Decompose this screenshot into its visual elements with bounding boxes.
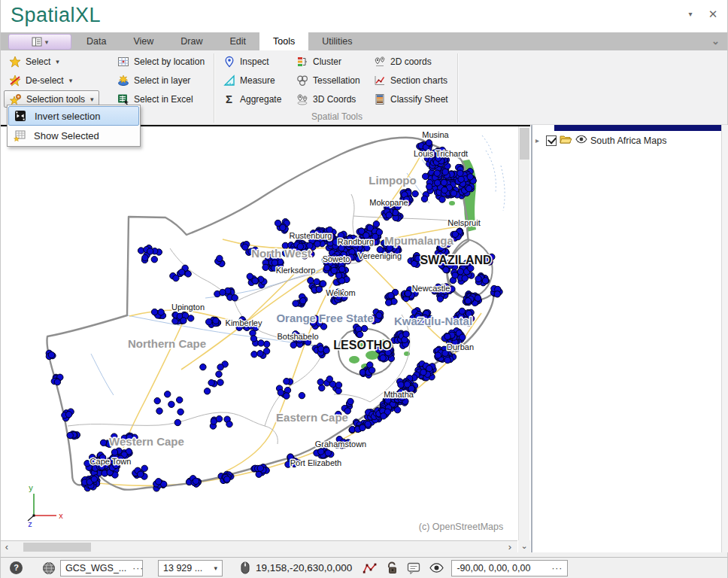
sun-layer-icon — [117, 74, 129, 87]
scale-dropdown[interactable]: 13 929 ... ▾ — [158, 560, 223, 576]
spatial-column-3: 2D coords Section charts Classify Sheet — [369, 52, 453, 108]
table-star-icon — [13, 129, 26, 142]
map-horizontal-scrollbar[interactable]: ‹ › — [1, 540, 517, 552]
axis-indicator: y x z — [28, 483, 63, 528]
coords-2d-button[interactable]: 2D coords — [369, 53, 453, 70]
city-label: Klerksdorp — [276, 266, 316, 275]
section-charts-button[interactable]: Section charts — [369, 71, 453, 89]
select-by-location-button[interactable]: Select by location — [112, 53, 209, 70]
circles-icon — [296, 74, 308, 87]
city-label: Rustenburg — [290, 231, 332, 240]
province-label: North West — [251, 247, 311, 260]
crs-more-button[interactable]: ··· — [132, 563, 144, 573]
map-pin-icon — [223, 55, 235, 68]
mouse-icon — [241, 561, 250, 574]
scroll-left-icon[interactable]: ‹ — [1, 542, 13, 552]
country-label: LESOTHO — [333, 339, 391, 351]
tab-draw[interactable]: Draw — [167, 32, 216, 50]
classify-sheet-button[interactable]: Classify Sheet — [369, 90, 453, 108]
pins-2d-icon — [373, 55, 386, 68]
spatial-tools-group-label: Spatial Tools — [217, 111, 457, 122]
ribbon-tabs: Data View Draw Edit Tools Utilities — [73, 32, 366, 50]
city-label: Upington — [171, 303, 205, 312]
ribbon-collapse-icon[interactable]: ⌄ — [711, 35, 720, 47]
map-grid-icon — [117, 55, 129, 68]
layer-checkbox[interactable] — [546, 135, 557, 146]
city-label: Soweto — [323, 254, 350, 263]
app-title: SpatialXL — [11, 4, 101, 27]
tree-expand-icon[interactable]: ▸ — [535, 136, 543, 144]
layer-label[interactable]: South Africa Maps — [590, 135, 666, 146]
file-menu-button[interactable]: ▾ — [8, 34, 71, 50]
globe-icon — [42, 561, 56, 575]
tab-edit[interactable]: Edit — [216, 32, 259, 50]
vertical-scroll-thumb[interactable] — [520, 128, 529, 160]
panel-scrollbar[interactable] — [721, 125, 728, 552]
map-viewport[interactable]: MusinaLouis TrichardtMokopaneNelspruitRu… — [1, 125, 530, 552]
province-label: Western Cape — [109, 435, 184, 448]
classified-sheet-icon — [373, 93, 386, 105]
close-icon[interactable]: ✕ — [705, 8, 721, 21]
tab-tools[interactable]: Tools — [259, 32, 308, 50]
window-dropdown-icon[interactable]: ▾ — [682, 10, 699, 18]
aggregate-button[interactable]: Σ Aggregate — [218, 90, 286, 108]
map-attribution: (c) OpenStreetMaps — [419, 522, 504, 532]
city-label: Newcastle — [412, 284, 450, 293]
crs-field[interactable]: GCS_WGS_... ··· — [60, 560, 143, 576]
menu-item-show-selected[interactable]: Show Selected — [8, 126, 139, 145]
comment-icon[interactable] — [407, 562, 420, 574]
select-button[interactable]: Select ▾ — [4, 53, 99, 70]
unlock-icon[interactable] — [387, 561, 398, 574]
help-icon[interactable]: ? — [10, 561, 23, 574]
tessellation-button[interactable]: Tessellation — [291, 71, 365, 89]
app-window: SpatialXL ▾ ✕ ▾ Data View Draw Edit Tool… — [0, 0, 728, 578]
invert-selection-icon — [14, 109, 27, 123]
sheet-icon — [32, 37, 43, 47]
menu-item-invert-selection[interactable]: Invert selection — [8, 106, 139, 126]
province-label: Northern Cape — [128, 337, 206, 350]
axis-z-label: z — [28, 519, 32, 528]
polyline-icon[interactable] — [362, 562, 378, 574]
tab-data[interactable]: Data — [73, 32, 120, 50]
tab-utilities[interactable]: Utilities — [308, 32, 366, 50]
eye-icon[interactable] — [429, 563, 444, 573]
sigma-icon: Σ — [223, 93, 235, 105]
title-bar: SpatialXL ▾ ✕ — [1, 0, 727, 32]
city-label: Nelspruit — [447, 218, 480, 227]
spatial-column-2: Cluster Tessellation 3D Coords — [291, 52, 365, 108]
coords-3d-button[interactable]: 3D Coords — [291, 90, 365, 108]
city-label: Botshabelo — [277, 332, 318, 341]
city-label: Durban — [447, 342, 474, 351]
tab-view[interactable]: View — [120, 32, 167, 50]
inspect-button[interactable]: Inspect — [218, 53, 286, 70]
status-bar: ? GCS_WGS_... ··· 13 929 ... ▾ 19,158,-2… — [1, 557, 727, 578]
scroll-down-icon[interactable]: ⌄ — [518, 540, 530, 552]
horizontal-scroll-thumb[interactable] — [23, 543, 91, 552]
city-label: Welkom — [326, 288, 356, 297]
select-in-layer-button[interactable]: Select in layer — [112, 71, 209, 89]
map-vertical-scrollbar[interactable] — [518, 126, 529, 540]
deselect-button[interactable]: De-select ▾ — [4, 71, 99, 89]
layers-panel: ▸ South Africa Maps — [531, 125, 728, 552]
chevron-down-icon: ▾ — [56, 58, 59, 65]
star-gear-icon — [9, 93, 22, 105]
rotation-more-button[interactable]: ··· — [551, 563, 563, 573]
province-label: Orange Free State — [276, 312, 373, 324]
province-label: KwaZulu-Natal — [394, 315, 472, 327]
chevron-down-icon: ▾ — [45, 38, 49, 46]
mouse-coordinates: 19,158,-20,630,0,000 — [256, 562, 352, 573]
eye-icon[interactable] — [575, 135, 587, 146]
axis-x-label: x — [59, 511, 63, 520]
layer-tree-row[interactable]: ▸ South Africa Maps — [535, 134, 666, 147]
cluster-button[interactable]: Cluster — [291, 53, 365, 70]
scroll-right-icon[interactable]: › — [504, 542, 516, 552]
spatial-column-1: Inspect Measure Σ Aggregate — [218, 52, 286, 108]
country-label: SWAZILAND — [420, 254, 491, 266]
measure-button[interactable]: Measure — [218, 71, 286, 89]
map-canvas[interactable]: MusinaLouis TrichardtMokopaneNelspruitRu… — [1, 126, 517, 540]
rotation-field[interactable]: -90,00, 0,00, 0,00 ··· — [451, 560, 568, 576]
city-label: Louis Trichardt — [414, 149, 468, 158]
line-chart-icon — [373, 74, 386, 87]
pins-3d-icon — [296, 93, 308, 105]
province-label: Mpumalanga — [384, 234, 453, 247]
